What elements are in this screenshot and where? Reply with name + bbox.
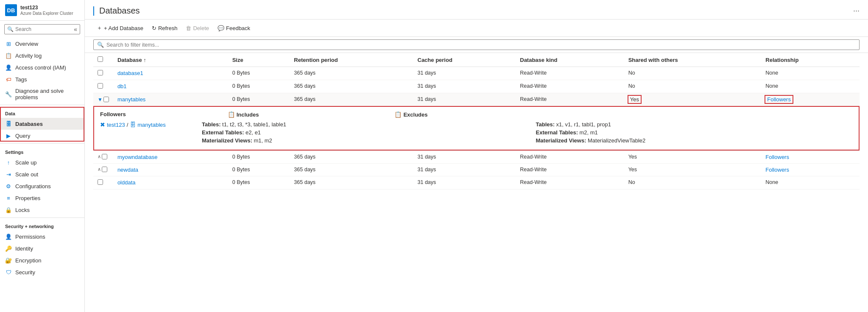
sidebar-item-identity[interactable]: 🔑 Identity bbox=[0, 242, 84, 254]
sidebar-item-access-control[interactable]: 👤 Access control (IAM) bbox=[0, 61, 84, 73]
shared-yes-highlighted: Yes bbox=[628, 96, 641, 103]
includes-col-title: 📋 Includes bbox=[228, 111, 259, 118]
collapse-sidebar-button[interactable]: « bbox=[74, 26, 77, 33]
feedback-button[interactable]: 💬 Feedback bbox=[214, 23, 254, 33]
delete-button[interactable]: 🗑 Delete bbox=[182, 23, 212, 33]
sidebar-item-encryption[interactable]: 🔐 Encryption bbox=[0, 254, 84, 266]
sidebar-item-label: Databases bbox=[15, 121, 43, 127]
select-all-checkbox[interactable] bbox=[98, 56, 103, 62]
permissions-icon: 👤 bbox=[5, 233, 12, 240]
shared-cell: No bbox=[624, 176, 762, 189]
row-checkbox[interactable] bbox=[103, 97, 109, 102]
sidebar-item-security[interactable]: 🛡 Security bbox=[0, 266, 84, 278]
sidebar-item-label: Overview bbox=[15, 41, 38, 47]
sidebar-item-permissions[interactable]: 👤 Permissions bbox=[0, 231, 84, 242]
relationship-followers-link[interactable]: Followers bbox=[765, 154, 789, 160]
sidebar-item-configurations[interactable]: ⚙ Configurations bbox=[0, 180, 84, 192]
excludes-external-tables: External Tables: m2, m1 bbox=[536, 129, 853, 136]
sidebar-item-tags[interactable]: 🏷 Tags bbox=[0, 73, 84, 85]
sidebar-item-label: Tags bbox=[15, 76, 27, 83]
row-checkbox[interactable] bbox=[98, 70, 103, 75]
shared-cell: No bbox=[624, 80, 762, 93]
expand-arrow-icon[interactable]: ▼ bbox=[98, 97, 103, 103]
table-row: ∧ myowndatabase 0 Bytes 365 days 31 days… bbox=[93, 151, 860, 164]
page-options-button[interactable]: ··· bbox=[853, 6, 860, 15]
section-label-settings: Settings bbox=[0, 145, 84, 156]
follower-item: ✖ test123 / 🗄 manytables bbox=[100, 121, 185, 128]
relationship-followers-link[interactable]: Followers bbox=[765, 167, 789, 173]
data-section: Data 🗄 Databases ▶ Query bbox=[0, 107, 84, 142]
main-content: Databases ··· ＋ + Add Database ↻ Refresh… bbox=[85, 0, 868, 312]
col-header-database[interactable]: Database ↑ bbox=[113, 53, 228, 67]
row-checkbox[interactable] bbox=[102, 167, 107, 172]
search-icon: 🔍 bbox=[7, 26, 14, 32]
overview-icon: ⊞ bbox=[5, 40, 12, 47]
encryption-icon: 🔐 bbox=[5, 257, 12, 264]
collapse-arrow-icon[interactable]: ∧ bbox=[98, 167, 101, 172]
row-checkbox[interactable] bbox=[98, 83, 103, 89]
sidebar-item-label: Scale out bbox=[15, 171, 38, 178]
sidebar-header: DB test123 Azure Data Explorer Cluster bbox=[0, 0, 84, 21]
sidebar-item-label: Scale up bbox=[15, 159, 37, 166]
db-link[interactable]: db1 bbox=[117, 83, 127, 89]
row-checkbox[interactable] bbox=[102, 154, 107, 159]
includes-section: Tables: t1, t2, t3, *3, table1, lable1 E… bbox=[202, 121, 519, 145]
sidebar-item-query[interactable]: ▶ Query bbox=[0, 130, 84, 142]
relationship-cell: Followers bbox=[761, 151, 860, 164]
sidebar-item-properties[interactable]: ≡ Properties bbox=[0, 192, 84, 204]
retention-cell: 365 days bbox=[290, 151, 413, 164]
size-cell: 0 Bytes bbox=[228, 176, 290, 189]
db-link[interactable]: olddata bbox=[117, 179, 136, 186]
cluster-link[interactable]: test123 bbox=[107, 122, 125, 128]
db-link[interactable]: newdata bbox=[117, 167, 138, 173]
sidebar-item-activity-log[interactable]: 📋 Activity log bbox=[0, 50, 84, 61]
relationship-cell: Followers bbox=[761, 93, 860, 106]
row-checkbox-cell bbox=[93, 67, 113, 80]
filter-input-container: 🔍 bbox=[93, 39, 860, 50]
db-name-cell: manytables bbox=[113, 93, 228, 106]
sidebar-item-diagnose[interactable]: 🔧 Diagnose and solve problems bbox=[0, 85, 84, 103]
db-name-cell: database1 bbox=[113, 67, 228, 80]
sidebar-search-container: 🔍 « bbox=[4, 24, 80, 34]
sidebar-item-scale-up[interactable]: ↑ Scale up bbox=[0, 156, 84, 168]
row-checkbox[interactable] bbox=[98, 179, 103, 185]
sidebar-item-scale-out[interactable]: ⇥ Scale out bbox=[0, 168, 84, 180]
col-header-size[interactable]: Size bbox=[228, 53, 290, 67]
col-header-cache[interactable]: Cache period bbox=[413, 53, 516, 67]
security-icon: 🛡 bbox=[5, 269, 12, 276]
db-link[interactable]: manytables bbox=[117, 96, 145, 103]
retention-cell: 365 days bbox=[290, 93, 413, 106]
followers-panel-title: Followers bbox=[100, 111, 126, 118]
follower-db-link[interactable]: manytables bbox=[137, 122, 165, 128]
relationship-cell: Followers bbox=[761, 164, 860, 176]
col-header-relationship[interactable]: Relationship bbox=[761, 53, 860, 67]
col-header-kind[interactable]: Database kind bbox=[516, 53, 624, 67]
nav-divider-3 bbox=[0, 217, 84, 218]
db-link[interactable]: myowndatabase bbox=[117, 154, 158, 160]
databases-icon: 🗄 bbox=[5, 120, 12, 127]
add-database-button[interactable]: ＋ + Add Database bbox=[93, 22, 147, 34]
filter-input[interactable] bbox=[106, 42, 856, 48]
retention-cell: 365 days bbox=[290, 80, 413, 93]
db-link[interactable]: database1 bbox=[117, 70, 143, 76]
sidebar-item-overview[interactable]: ⊞ Overview bbox=[0, 38, 84, 50]
table-row: olddata 0 Bytes 365 days 31 days Read-Wr… bbox=[93, 176, 860, 189]
followers-content: ✖ test123 / 🗄 manytables Ta bbox=[100, 121, 853, 145]
followers-list: ✖ test123 / 🗄 manytables bbox=[100, 121, 185, 145]
sidebar-item-databases[interactable]: 🗄 Databases bbox=[0, 118, 84, 130]
section-label-data: Data bbox=[0, 107, 84, 118]
includes-external-tables: External Tables: e2, e1 bbox=[202, 129, 519, 136]
identity-icon: 🔑 bbox=[5, 245, 12, 252]
collapse-arrow-icon[interactable]: ∧ bbox=[98, 154, 101, 159]
col-header-retention[interactable]: Retention period bbox=[290, 53, 413, 67]
includes-tables: Tables: t1, t2, t3, *3, table1, lable1 bbox=[202, 121, 519, 128]
locks-icon: 🔒 bbox=[5, 206, 12, 213]
sidebar: DB test123 Azure Data Explorer Cluster 🔍… bbox=[0, 0, 85, 312]
refresh-button[interactable]: ↻ Refresh bbox=[148, 23, 181, 33]
sidebar-item-locks[interactable]: 🔒 Locks bbox=[0, 204, 84, 216]
search-input[interactable] bbox=[15, 26, 72, 32]
table-body: database1 0 Bytes 365 days 31 days Read-… bbox=[93, 67, 860, 189]
db-name-cell: db1 bbox=[113, 80, 228, 93]
col-header-shared[interactable]: Shared with others bbox=[624, 53, 762, 67]
delete-icon: 🗑 bbox=[186, 25, 191, 31]
